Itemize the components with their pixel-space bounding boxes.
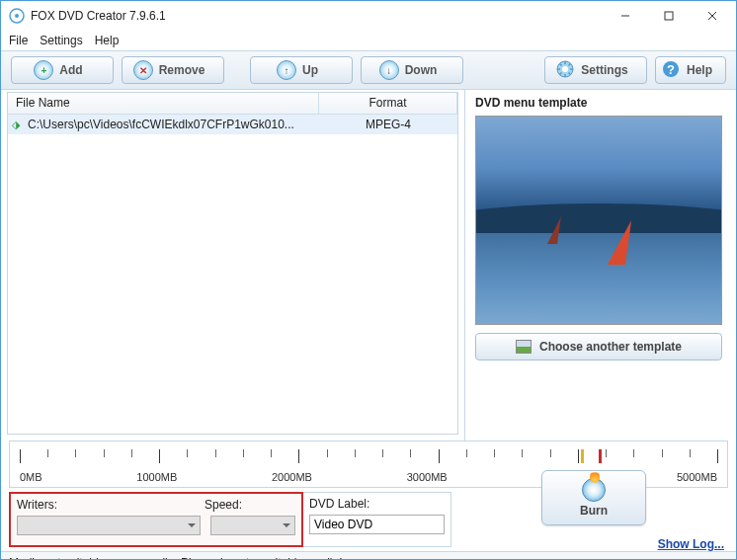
help-icon: ? xyxy=(661,59,681,82)
dvd-label-box: DVD Label: xyxy=(303,492,451,547)
down-label: Down xyxy=(405,63,438,77)
main-area: File Name Format ⬗ C:\Users\pc\Videos\fc… xyxy=(1,90,736,440)
flame-icon xyxy=(590,469,600,483)
speed-select[interactable] xyxy=(210,516,295,535)
burn-button[interactable]: Burn xyxy=(541,470,646,525)
svg-point-1 xyxy=(15,14,19,18)
file-row[interactable]: ⬗ C:\Users\pc\Videos\fcCWIEkdlx07CFrP1wG… xyxy=(8,115,457,134)
writer-box: Writers: Speed: xyxy=(9,492,303,547)
col-format[interactable]: Format xyxy=(319,93,457,114)
choose-template-label: Choose another template xyxy=(539,340,682,354)
svg-text:?: ? xyxy=(667,62,675,77)
menu-file[interactable]: File xyxy=(9,34,28,47)
app-icon xyxy=(9,8,25,24)
settings-label: Settings xyxy=(581,63,627,77)
maximize-button[interactable] xyxy=(647,2,691,30)
disc-down-icon: ↓ xyxy=(379,60,399,80)
ruler-label: 2000MB xyxy=(272,471,312,483)
disc-remove-icon: ✕ xyxy=(133,60,153,80)
wave-graphic xyxy=(475,203,722,233)
menu-settings[interactable]: Settings xyxy=(40,34,82,47)
up-button[interactable]: ↑ Up xyxy=(250,56,353,84)
speed-label: Speed: xyxy=(205,498,284,512)
dvd-label-label: DVD Label: xyxy=(309,497,445,511)
settings-button[interactable]: Settings xyxy=(544,56,647,84)
minimize-button[interactable] xyxy=(604,2,647,30)
remove-label: Remove xyxy=(159,63,205,77)
marker-red xyxy=(599,449,602,463)
close-button[interactable] xyxy=(691,2,734,30)
file-list: File Name Format ⬗ C:\Users\pc\Videos\fc… xyxy=(7,92,458,435)
file-present-icon: ⬗ xyxy=(8,119,24,131)
help-button[interactable]: ? Help xyxy=(655,56,726,84)
add-label: Add xyxy=(59,63,82,77)
titlebar: FOX DVD Creator 7.9.6.1 xyxy=(1,1,736,31)
up-label: Up xyxy=(302,63,318,77)
burn-label: Burn xyxy=(580,504,608,518)
ruler-label: 3000MB xyxy=(407,471,448,483)
ruler-track xyxy=(20,449,717,463)
windsurfer-large xyxy=(611,220,628,265)
window-title: FOX DVD Creator 7.9.6.1 xyxy=(31,9,604,23)
writers-label: Writers: xyxy=(17,498,195,512)
svg-point-7 xyxy=(562,66,568,72)
dvd-label-input[interactable] xyxy=(309,515,445,534)
disc-up-icon: ↑ xyxy=(277,60,296,80)
statusbar: Media not writable, or no media. Please … xyxy=(1,551,736,560)
file-list-header: File Name Format xyxy=(8,93,457,115)
picture-icon xyxy=(516,340,532,354)
left-panel: File Name Format ⬗ C:\Users\pc\Videos\fc… xyxy=(1,90,465,440)
ruler-label: 0MB xyxy=(20,471,42,483)
menubar: File Settings Help xyxy=(1,31,736,50)
col-filename[interactable]: File Name xyxy=(8,93,319,114)
svg-rect-3 xyxy=(665,12,673,20)
add-button[interactable]: + Add xyxy=(11,56,114,84)
down-button[interactable]: ↓ Down xyxy=(361,56,463,84)
template-preview[interactable] xyxy=(475,116,722,325)
ruler-label: 1000MB xyxy=(136,471,177,483)
bottom-area: Writers: Speed: DVD Label: Burn Show Log… xyxy=(1,488,736,551)
windsurfer-small xyxy=(549,216,559,244)
burn-area: Burn Show Log... xyxy=(451,488,736,551)
choose-template-button[interactable]: Choose another template xyxy=(475,333,722,360)
disc-add-icon: + xyxy=(34,60,53,80)
toolbar: + Add ✕ Remove ↑ Up ↓ Down Settings ? He… xyxy=(1,50,736,90)
status-text: Media not writable, or no media. Please … xyxy=(9,556,343,561)
file-name-cell: C:\Users\pc\Videos\fcCWIEkdlx07CFrP1wGk0… xyxy=(24,118,319,131)
help-label: Help xyxy=(687,63,712,77)
file-format-cell: MPEG-4 xyxy=(319,118,457,131)
marker-yellow xyxy=(581,449,584,463)
ruler-label: 5000MB xyxy=(677,471,717,483)
menu-help[interactable]: Help xyxy=(95,34,120,47)
remove-button[interactable]: ✕ Remove xyxy=(122,56,224,84)
writers-select[interactable] xyxy=(17,516,201,535)
template-title: DVD menu template xyxy=(475,96,726,110)
gear-icon xyxy=(555,59,575,82)
show-log-link[interactable]: Show Log... xyxy=(658,537,724,551)
right-panel: DVD menu template Choose another templat… xyxy=(465,90,736,440)
burn-disc-icon xyxy=(582,478,606,502)
